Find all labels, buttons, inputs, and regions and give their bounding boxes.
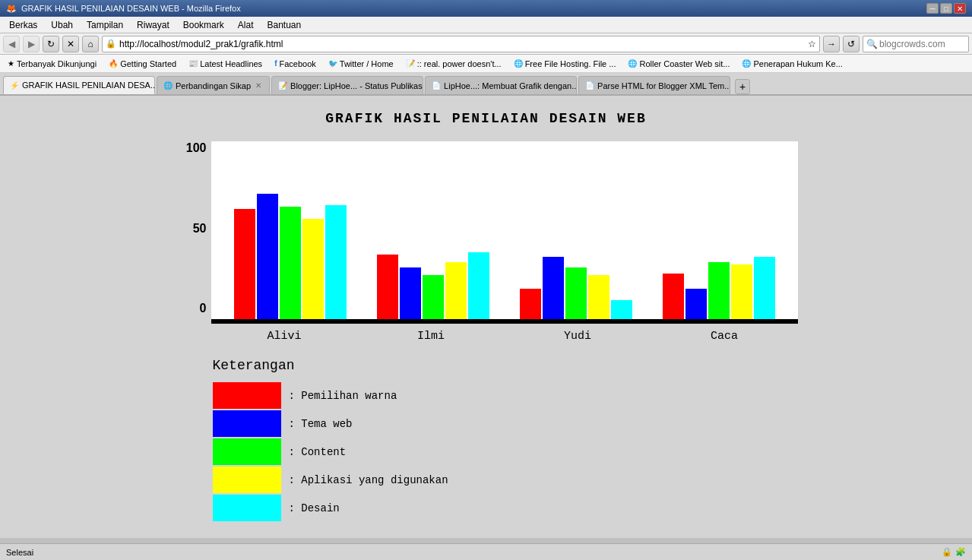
go-button[interactable]: → bbox=[823, 36, 840, 52]
tab-parse[interactable]: 📄 Parse HTML for Blogger XML Tem... ✕ bbox=[578, 76, 730, 94]
twitter-icon: 🐦 bbox=[328, 59, 337, 68]
bookmark-real-power[interactable]: 📝 :: real. power doesn't... bbox=[401, 59, 506, 69]
legend-color-red bbox=[213, 382, 281, 409]
y-label-50: 50 bbox=[193, 222, 207, 236]
chart-area: Alivi Ilmi Yudi Caca bbox=[211, 141, 798, 343]
legend-color-cyan bbox=[213, 495, 281, 521]
legend-label-content: : Content bbox=[289, 446, 347, 458]
bookmark-penerapan[interactable]: 🌐 Penerapan Hukum Ke... bbox=[737, 59, 847, 69]
x-label-ilmi: Ilmi bbox=[358, 330, 505, 343]
address-bar[interactable]: 🔒 ☆ bbox=[102, 36, 820, 52]
chart-plot bbox=[211, 141, 798, 324]
bar-group-ilmi bbox=[362, 252, 505, 319]
address-input[interactable] bbox=[119, 39, 805, 49]
legend: Keterangan : Pemilihan warna : Tema web … bbox=[175, 358, 798, 523]
bar-alivi-cyan bbox=[325, 205, 347, 319]
reload-button[interactable]: ↻ bbox=[43, 36, 59, 52]
bar-ilmi-blue bbox=[400, 267, 421, 319]
nav-bar: ◀ ▶ ↻ ✕ ⌂ 🔒 ☆ → ↺ 🔍 🔍 bbox=[0, 33, 972, 55]
tab-icon-blogger: 📝 bbox=[278, 81, 287, 90]
bar-caca-green bbox=[708, 262, 730, 319]
x-label-yudi: Yudi bbox=[505, 330, 651, 343]
bookmark-getting-started[interactable]: 🔥 Getting Started bbox=[104, 59, 181, 69]
news-icon: 📰 bbox=[188, 59, 198, 68]
legend-label-warna: : Pemilihan warna bbox=[289, 390, 397, 402]
fire-icon: 🔥 bbox=[109, 59, 118, 68]
bar-yudi-yellow bbox=[588, 275, 609, 319]
back-button[interactable]: ◀ bbox=[3, 36, 20, 52]
bar-group-yudi bbox=[505, 257, 647, 319]
tab-liphoe[interactable]: 📄 LipHoe...: Membuat Grafik dengan... ✕ bbox=[425, 76, 577, 94]
bookmark-headlines[interactable]: 📰 Latest Headlines bbox=[184, 59, 267, 69]
facebook-icon: f bbox=[274, 59, 277, 68]
x-label-caca: Caca bbox=[651, 330, 798, 343]
window-title: GRAFIK HASIL PENILAIAN DESAIN WEB - Mozi… bbox=[21, 4, 241, 13]
new-tab-button[interactable]: + bbox=[735, 79, 750, 94]
legend-color-blue bbox=[213, 410, 281, 437]
legend-item-desain: : Desain bbox=[213, 495, 798, 521]
bar-ilmi-red bbox=[377, 255, 398, 319]
tab-grafik[interactable]: ⚡ GRAFIK HASIL PENILAIAN DESA... ✕ bbox=[3, 76, 155, 94]
tab-blogger[interactable]: 📝 Blogger: LipHoe... - Status Publikasi … bbox=[271, 76, 423, 94]
tab-close-perbandingan[interactable]: ✕ bbox=[254, 81, 263, 90]
tab-icon-liphoe: 📄 bbox=[432, 81, 441, 90]
close-button[interactable]: ✕ bbox=[954, 3, 966, 14]
tab-icon-parse: 📄 bbox=[585, 81, 594, 90]
refresh-icon[interactable]: ↺ bbox=[843, 36, 860, 52]
blog-icon: 📝 bbox=[406, 59, 415, 68]
x-labels: Alivi Ilmi Yudi Caca bbox=[211, 330, 798, 343]
menu-riwayat[interactable]: Riwayat bbox=[131, 18, 176, 32]
legend-item-tema: : Tema web bbox=[213, 410, 798, 437]
bookmark-facebook[interactable]: f Facebook bbox=[270, 59, 321, 69]
bar-caca-cyan bbox=[754, 257, 775, 319]
legend-item-warna: : Pemilihan warna bbox=[213, 382, 798, 409]
tab-perbandingan[interactable]: 🌐 Perbandingan Sikap ✕ bbox=[157, 76, 270, 94]
search-bar: 🔍 🔍 bbox=[863, 36, 969, 52]
bar-ilmi-green bbox=[423, 275, 444, 319]
legend-label-desain: : Desain bbox=[289, 502, 340, 514]
browser-icon: 🦊 bbox=[6, 4, 17, 14]
menu-tampilan[interactable]: Tampilan bbox=[81, 18, 129, 32]
bar-group-caca bbox=[647, 257, 790, 319]
bookmark-terbanyak[interactable]: ★ Terbanyak Dikunjungi bbox=[3, 59, 101, 69]
menu-alat[interactable]: Alat bbox=[232, 18, 260, 32]
menu-bantuan[interactable]: Bantuan bbox=[261, 18, 307, 32]
menu-bookmark[interactable]: Bookmark bbox=[177, 18, 230, 32]
forward-button[interactable]: ▶ bbox=[23, 36, 40, 52]
bar-ilmi-yellow bbox=[445, 262, 467, 319]
chart-title: GRAFIK HASIL PENILAIAN DESAIN WEB bbox=[325, 111, 646, 126]
bookmark-rollercoaster[interactable]: 🌐 Roller Coaster Web sit... bbox=[623, 59, 734, 69]
legend-title: Keterangan bbox=[213, 358, 798, 373]
stop-button[interactable]: ✕ bbox=[62, 36, 79, 52]
legend-label-aplikasi: : Aplikasi yang digunakan bbox=[289, 474, 448, 486]
page-content: GRAFIK HASIL PENILAIAN DESAIN WEB 100 50… bbox=[0, 96, 972, 538]
bar-yudi-blue bbox=[543, 257, 564, 319]
file-icon: 🌐 bbox=[514, 59, 523, 68]
menu-bar: Berkas Ubah Tampilan Riwayat Bookmark Al… bbox=[0, 17, 972, 33]
bar-yudi-cyan bbox=[611, 300, 632, 319]
bar-yudi-green bbox=[565, 267, 587, 319]
star-icon: ★ bbox=[8, 59, 14, 68]
minimize-button[interactable]: ─ bbox=[926, 3, 939, 14]
tab-icon-grafik: ⚡ bbox=[10, 81, 19, 90]
lock-icon: 🔒 bbox=[106, 39, 116, 49]
search-engine-icon: 🔍 bbox=[866, 39, 878, 49]
menu-ubah[interactable]: Ubah bbox=[45, 18, 79, 32]
web-icon: 🌐 bbox=[628, 59, 637, 68]
y-axis: 100 50 0 bbox=[175, 141, 211, 343]
legend-color-yellow bbox=[213, 467, 281, 493]
star-icon[interactable]: ☆ bbox=[808, 39, 816, 49]
maximize-button[interactable]: □ bbox=[940, 3, 952, 14]
bar-alivi-green bbox=[280, 207, 301, 319]
bar-alivi-yellow bbox=[302, 219, 324, 319]
bar-alivi-red bbox=[234, 209, 255, 319]
home-button[interactable]: ⌂ bbox=[82, 36, 99, 52]
menu-berkas[interactable]: Berkas bbox=[3, 18, 43, 32]
search-input[interactable] bbox=[879, 39, 972, 49]
bookmark-twitter[interactable]: 🐦 Twitter / Home bbox=[324, 59, 398, 69]
y-label-0: 0 bbox=[200, 302, 207, 315]
y-label-100: 100 bbox=[186, 141, 207, 155]
law-icon: 🌐 bbox=[742, 59, 751, 68]
bookmark-filehosting[interactable]: 🌐 Free File Hosting. File ... bbox=[509, 59, 621, 69]
bar-yudi-red bbox=[520, 289, 541, 319]
